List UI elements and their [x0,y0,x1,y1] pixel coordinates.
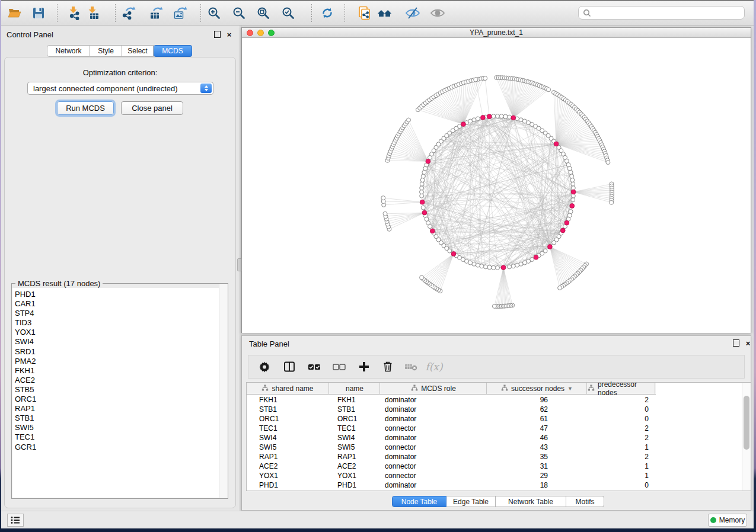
network-node[interactable] [484,265,488,269]
mcds-result-item[interactable]: SRD1 [12,347,227,357]
export-network-icon[interactable] [121,5,136,21]
hide-selected-icon[interactable] [405,5,420,21]
mcds-result-item[interactable]: STP4 [12,309,227,318]
column-header-shared-name[interactable]: shared name [247,383,329,394]
first-neighbors-icon[interactable] [377,5,393,21]
mcds-result-item[interactable]: TID3 [12,318,227,328]
network-node[interactable] [515,263,519,267]
zoom-selected-icon[interactable] [280,5,296,21]
leaf-node[interactable] [606,161,610,165]
mcds-dominator-node[interactable] [571,190,576,194]
table-row[interactable]: RAP1RAP1dominator352 [247,452,656,462]
delete-column-trash-icon[interactable] [378,359,398,374]
close-panel-icon[interactable]: × [225,31,233,39]
mcds-dominator-node[interactable] [422,210,427,215]
create-column-icon[interactable] [354,359,374,374]
tab-mcds[interactable]: MCDS [154,45,192,57]
network-node[interactable] [420,186,424,190]
mcds-dominator-node[interactable] [548,245,553,249]
column-header-predecessor-nodes[interactable]: predecessor nodes [588,383,655,394]
table-row[interactable]: YOX1YOX1connector291 [247,471,656,480]
mcds-result-list[interactable]: PHD1CAR1STP4TID3YOX1SWI4SRD1PMA2FKH1ACE2… [12,288,227,498]
network-node[interactable] [476,117,480,121]
tab-edge-table[interactable]: Edge Table [446,496,496,507]
leaf-node[interactable] [547,88,551,92]
close-panel-button[interactable]: Close panel [121,101,183,115]
search-field[interactable] [578,6,745,20]
export-image-icon[interactable] [173,5,188,21]
mcds-dominator-node[interactable] [501,265,506,270]
network-node[interactable] [508,115,512,119]
import-network-icon[interactable] [66,5,82,21]
mcds-result-item[interactable]: ORC1 [12,395,227,404]
mcds-dominator-node[interactable] [461,122,466,127]
node-table[interactable]: shared namenameMCDS rolesuccessor nodes▼… [246,382,751,491]
network-node[interactable] [569,170,573,174]
mcds-dominator-node[interactable] [560,228,565,233]
float-panel-icon[interactable] [214,31,221,38]
tab-select[interactable]: Select [122,45,154,57]
mcds-dominator-node[interactable] [430,229,435,233]
network-node[interactable] [487,265,492,270]
export-table-icon[interactable] [148,5,164,21]
mcds-dominator-node[interactable] [481,116,486,120]
save-session-icon[interactable] [31,5,46,21]
network-node[interactable] [552,241,556,245]
leaf-node[interactable] [420,275,424,280]
table-row[interactable]: ORC1ORC1dominator610 [247,414,656,424]
mcds-list-scrollbar[interactable] [219,284,228,498]
mcds-dominator-node[interactable] [564,220,569,225]
leaf-node[interactable] [483,76,487,81]
new-network-from-selection-icon[interactable] [357,5,372,21]
network-node[interactable] [496,266,500,270]
mcds-result-item[interactable]: SWI4 [12,337,227,347]
leaf-node[interactable] [381,196,385,200]
network-node[interactable] [420,178,425,182]
show-all-icon[interactable] [430,5,445,21]
leaf-node[interactable] [610,200,614,204]
leaf-node[interactable] [558,286,562,290]
select-all-icon[interactable] [304,359,324,374]
network-node[interactable] [492,265,496,270]
run-mcds-button[interactable]: Run MCDS [57,101,114,115]
float-table-panel-icon[interactable] [733,339,739,347]
tab-motifs[interactable]: Motifs [566,496,604,507]
network-node[interactable] [421,206,425,210]
network-node[interactable] [421,174,425,178]
mcds-result-item[interactable]: YOX1 [12,328,227,337]
mcds-result-item[interactable]: PHD1 [12,290,227,299]
mcds-result-item[interactable]: STB5 [12,385,227,395]
table-row[interactable]: ACE2ACE2connector311 [247,462,656,471]
mcds-result-item[interactable]: SWI5 [12,423,227,432]
search-input[interactable] [594,9,744,17]
deselect-all-icon[interactable] [329,359,349,374]
table-row[interactable]: STB1STB1dominator620 [247,405,656,414]
mcds-dominator-node[interactable] [570,204,575,209]
mcds-dominator-node[interactable] [487,114,492,119]
open-file-icon[interactable] [7,5,23,21]
tab-node-table[interactable]: Node Table [392,496,446,507]
network-node[interactable] [511,264,515,268]
network-node[interactable] [420,194,424,198]
mcds-result-item[interactable]: FKH1 [12,366,227,376]
leaf-node[interactable] [474,78,478,82]
mcds-dominator-node[interactable] [426,159,430,164]
tab-network[interactable]: Network [47,45,90,57]
table-scrollbar[interactable] [742,383,751,491]
import-table-icon[interactable] [85,5,101,21]
zoom-fit-icon[interactable] [256,5,271,21]
network-node[interactable] [503,114,508,118]
network-canvas[interactable] [242,38,751,333]
column-header-MCDS-role[interactable]: MCDS role [381,383,487,394]
network-node[interactable] [508,265,512,269]
network-node[interactable] [519,262,523,266]
mcds-result-item[interactable]: CAR1 [12,299,227,309]
network-node[interactable] [492,114,496,118]
table-scrollbar-thumb[interactable] [744,396,749,450]
close-table-panel-icon[interactable]: × [744,339,752,347]
optimization-criterion-select[interactable]: largest connected component (undirected) [27,82,213,95]
table-row[interactable]: PHD1PHD1dominator180 [247,480,656,490]
table-row[interactable]: FKH1FKH1dominator962 [247,395,656,405]
network-node[interactable] [420,182,424,186]
network-node[interactable] [472,118,476,122]
